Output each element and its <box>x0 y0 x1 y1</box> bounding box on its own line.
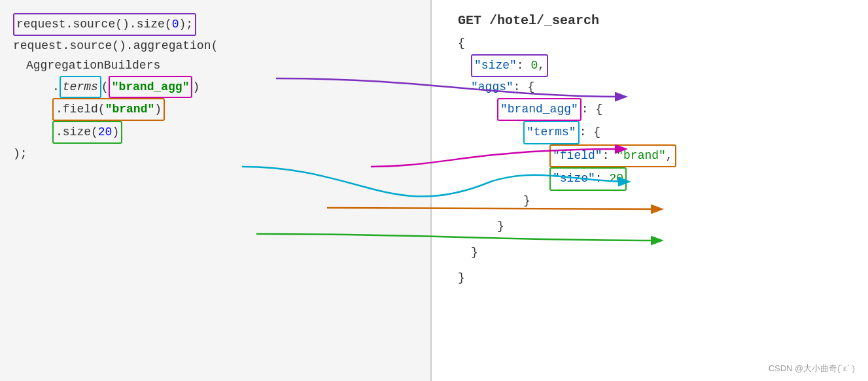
r-brand-agg-line: "brand_agg" : { <box>458 98 855 122</box>
r-terms-box: "terms" <box>523 121 580 144</box>
size20-num: 20 <box>98 125 113 139</box>
code-line-6: .size(20) <box>13 121 417 144</box>
terms-box: terms <box>60 76 101 99</box>
r-brace-open: { <box>458 33 855 54</box>
r-field-comma: , <box>666 149 673 162</box>
code-line-1: request.source().size(0); <box>13 13 417 36</box>
terms-close-paren: ) <box>192 80 200 93</box>
size20-box: .size(20) <box>52 121 122 144</box>
r-brand-agg-brace: : { <box>582 103 602 116</box>
r-size2-line: "size": 20 <box>458 167 855 191</box>
r-field-box: "field": "brand", <box>549 144 676 168</box>
code-line-3: AggregationBuilders <box>13 56 417 76</box>
get-title: GET /hotel/_search <box>458 13 855 28</box>
code-line-5: .field("brand") <box>13 98 417 121</box>
r-field-key: "field" <box>553 149 602 162</box>
r-size-colon: : <box>517 59 531 72</box>
r-field-line: "field": "brand", <box>458 144 855 168</box>
field-box: .field("brand") <box>52 98 165 121</box>
r-close-terms: } <box>458 191 855 212</box>
r-brand-agg-box: "brand_agg" <box>497 98 582 122</box>
aggregation-call: request.source().aggregation( <box>13 39 218 52</box>
size-close: ); <box>179 18 193 31</box>
terms-italic: terms <box>63 80 98 93</box>
r-size2-key: "size" <box>553 172 595 185</box>
r-close-aggs: } <box>458 242 855 263</box>
r-size2-val: 20 <box>609 172 623 185</box>
r-size-val: 0 <box>530 59 538 72</box>
r-size-key: "size" <box>474 59 517 72</box>
r-brand-agg-key: "brand_agg" <box>500 103 578 116</box>
brand-agg-str: "brand_agg" <box>112 80 190 93</box>
code-line-2: request.source().aggregation( <box>13 36 417 56</box>
right-panel: GET /hotel/_search { "size": 0, "aggs": … <box>432 0 868 381</box>
close-paren-semi: ); <box>13 147 27 160</box>
dot-terms-prefix: . <box>52 80 60 93</box>
r-close-root: } <box>458 268 855 289</box>
r-size-box: "size": 0, <box>471 54 548 78</box>
r-terms-key: "terms" <box>527 125 576 139</box>
brand-str: "brand" <box>105 103 155 116</box>
r-terms-brace: : { <box>580 125 600 139</box>
size-call-box: request.source().size(0); <box>13 13 196 36</box>
request-source-size-text: request.source().size( <box>16 18 172 31</box>
r-size-comma: , <box>538 59 545 72</box>
watermark: CSDN @大小曲奇(´ε` ) <box>769 363 855 374</box>
left-panel: request.source().size(0); request.source… <box>0 0 432 381</box>
code-line-4: .terms("brand_agg") <box>13 76 417 99</box>
code-line-7: ); <box>13 144 417 164</box>
r-size-line: "size": 0, <box>458 54 855 78</box>
size-zero: 0 <box>172 18 179 31</box>
r-close-brand-agg: } <box>458 216 855 237</box>
brand-agg-box: "brand_agg" <box>109 76 193 99</box>
size20-call: .size(20) <box>56 125 119 139</box>
terms-paren: ( <box>101 80 109 93</box>
r-aggs-key: "aggs" <box>471 80 513 93</box>
r-size2-box: "size": 20 <box>549 167 627 191</box>
r-terms-line: "terms" : { <box>458 121 855 144</box>
r-size2-colon: : <box>595 172 610 185</box>
r-aggs-line: "aggs": { <box>458 77 855 98</box>
r-aggs-colon: : { <box>513 80 534 93</box>
r-field-val: "brand" <box>616 149 666 162</box>
aggregation-builders: AggregationBuilders <box>26 59 160 72</box>
r-field-colon: : <box>602 149 617 162</box>
field-call: .field("brand") <box>56 103 162 116</box>
